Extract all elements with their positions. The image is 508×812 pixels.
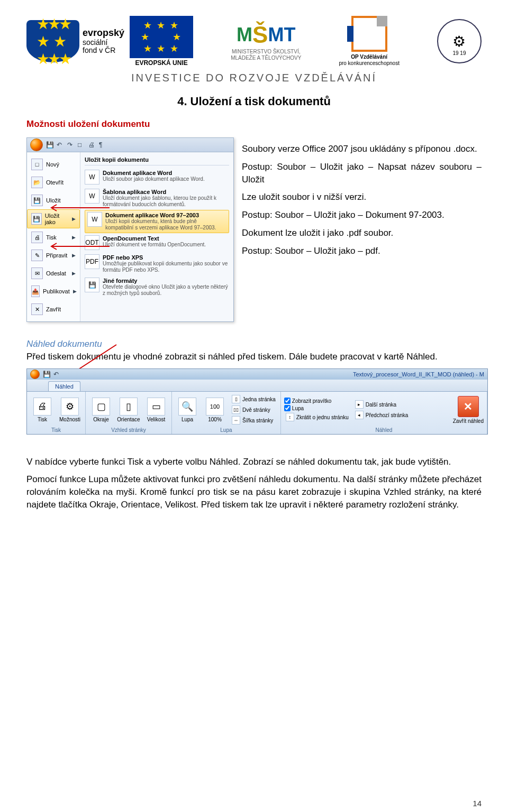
- menu-item-odeslat[interactable]: ✉Odeslat▶: [27, 264, 80, 282]
- submenu-title: PDF nebo XPS: [103, 254, 229, 261]
- submenu-item[interactable]: WDokument aplikace Word 97–2003Uloží kop…: [85, 210, 229, 233]
- submenu-item[interactable]: PDFPDF nebo XPSUmožňuje publikovat kopii…: [85, 252, 229, 275]
- group-vzhled: ▢Okraje ▯Orientace ▭Velikost Vzhled strá…: [86, 392, 172, 434]
- ribbon-body: 🖨Tisk ⚙Možnosti Tisk ▢Okraje ▯Orientace …: [27, 392, 487, 434]
- menu-label: Připravit: [46, 252, 67, 259]
- save-icon[interactable]: 💾: [43, 371, 50, 378]
- zoom100-icon: 100: [206, 398, 224, 416]
- menu-icon: 💾: [31, 195, 43, 206]
- prevpage-icon: ◂: [355, 411, 364, 419]
- submenu-desc: Umožňuje publikovat kopii dokumentu jako…: [103, 261, 229, 273]
- body-p5: Dokument lze uložit i jako .pdf soubor.: [242, 227, 482, 239]
- margins-icon: ▢: [92, 398, 110, 416]
- menu-item-otevřít[interactable]: 📂Otevřít: [27, 173, 80, 191]
- office-menu-right: Uložit kopii dokumentu WDokument aplikac…: [80, 152, 233, 321]
- format-icon: W: [85, 189, 99, 204]
- menu-icon: ✕: [31, 303, 43, 315]
- btn-lupa[interactable]: 🔍Lupa: [175, 398, 199, 422]
- chk-lupa[interactable]: Lupa: [284, 405, 350, 411]
- group-lupa: 🔍Lupa 100100% ▯Jedna stránka ▯▯Dvě strán…: [172, 392, 281, 434]
- submenu-desc: Uloží soubor jako dokument aplikace Word…: [103, 176, 205, 182]
- btn-orientace[interactable]: ▯Orientace: [116, 398, 141, 422]
- page-title: 4. Uložení a tisk dokumentů: [26, 95, 482, 108]
- menu-label: Tisk: [46, 234, 57, 241]
- print-icon[interactable]: 🖨: [88, 141, 96, 149]
- menu-item-publikovat[interactable]: 📤Publikovat▶: [27, 282, 80, 300]
- submenu-item[interactable]: WŠablona aplikace WordUloží dokument jak…: [85, 187, 229, 210]
- heading-moznosti: Možnosti uložení dokumentu: [26, 119, 482, 130]
- menu-label: Zavřít: [46, 306, 61, 312]
- onepage-icon: ▯: [232, 395, 240, 403]
- ribbon-titlebar: 💾 ↶ Textový_procesor_Word_II_IKT_MOD (ná…: [27, 369, 487, 380]
- btn-dalsi-stranka[interactable]: ▸Další stránka: [353, 400, 410, 409]
- redo-icon[interactable]: ↷: [67, 141, 75, 149]
- submenu-item[interactable]: WDokument aplikace WordUloží soubor jako…: [85, 168, 229, 187]
- chevron-right-icon: ▶: [73, 289, 77, 294]
- menu-item-připravit[interactable]: ✎Připravit▶: [27, 246, 80, 264]
- undo-icon[interactable]: ↶: [53, 371, 61, 378]
- body-p6: Postup: Soubor – Uložit jako – pdf.: [242, 245, 482, 257]
- menu-icon: 💾: [31, 213, 42, 225]
- orientation-icon: ▯: [120, 398, 138, 416]
- submenu-item[interactable]: 💾Jiné formátyOtevřete dialogové okno Ulo…: [85, 275, 229, 299]
- msmt-logo: MŠMT MINISTERSTVO ŠKOLSTVÍ, MLÁDEŽE A TĚ…: [231, 21, 301, 62]
- btn-okraje[interactable]: ▢Okraje: [89, 398, 113, 422]
- menu-item-nový[interactable]: □Nový: [27, 155, 80, 173]
- heading-nahled: Náhled dokumentu: [26, 339, 102, 349]
- btn-zkratit[interactable]: ↕Zkrátit o jednu stránku: [284, 412, 350, 422]
- ribbon-tabrow: Náhled: [27, 380, 487, 392]
- btn-velikost[interactable]: ▭Velikost: [144, 398, 168, 422]
- submenu-title: Dokument aplikace Word: [103, 170, 205, 176]
- nextpage-icon: ▸: [355, 400, 364, 409]
- menu-right-title: Uložit kopii dokumentu: [85, 154, 229, 165]
- btn-100[interactable]: 100100%: [203, 398, 227, 422]
- shrink-icon: ↕: [286, 413, 294, 421]
- btn-zavrit-nahled[interactable]: ✕ Zavřít náhled: [453, 396, 484, 424]
- chk-pravitko[interactable]: Zobrazit pravítko: [284, 398, 350, 404]
- office-menu-left: □Nový📂Otevřít💾Uložit💾Uložit jako▶🖨Tisk▶✎…: [27, 152, 80, 321]
- btn-predchozi-stranka[interactable]: ◂Předchozí stránka: [353, 410, 410, 420]
- emblem-logo: ⚙19 19: [437, 19, 482, 63]
- body-p1: Soubory verze Office 2007 jsou ukládány …: [242, 143, 482, 155]
- menu-item-zavřít[interactable]: ✕Zavřít: [27, 300, 80, 318]
- format-icon: 💾: [85, 278, 99, 292]
- group-tisk: 🖨Tisk ⚙Možnosti Tisk: [27, 392, 86, 434]
- menu-icon: ✎: [31, 250, 43, 261]
- office-button-icon[interactable]: [30, 370, 40, 379]
- btn-tisk[interactable]: 🖨Tisk: [30, 398, 55, 422]
- btn-dve-stranky[interactable]: ▯▯Dvě stránky: [230, 405, 277, 414]
- explanation-column: Soubory verze Office 2007 jsou ukládány …: [242, 137, 482, 322]
- new-icon[interactable]: □: [78, 141, 85, 149]
- ribbon-screenshot: 💾 ↶ Textový_procesor_Word_II_IKT_MOD (ná…: [26, 368, 488, 435]
- format-icon: W: [85, 170, 99, 184]
- btn-sirka-stranky[interactable]: ↔Šířka stránky: [230, 416, 277, 425]
- chevron-right-icon: ▶: [72, 235, 76, 240]
- office-menu-screenshot: 💾 ↶ ↷ □ 🖨 ¶ □Nový📂Otevřít💾Uložit💾Uložit …: [26, 137, 234, 322]
- quick-access-toolbar: 💾 ↶ ↷ □ 🖨 ¶: [27, 138, 233, 152]
- menu-label: Uložit jako: [45, 213, 69, 225]
- menu-item-uložit-jako[interactable]: 💾Uložit jako▶: [27, 209, 80, 228]
- twopage-icon: ▯▯: [232, 405, 240, 414]
- zoom-icon: 🔍: [178, 398, 196, 416]
- esf-logo: ★★★★ ★★★★ evropský sociální fond v ČR: [26, 20, 124, 62]
- submenu-title: Dokument aplikace Word 97–2003: [105, 212, 226, 218]
- submenu-desc: Uloží dokument jako šablonu, kterou lze …: [103, 195, 229, 208]
- chevron-right-icon: ▶: [72, 253, 76, 258]
- options-icon: ⚙: [61, 398, 79, 416]
- pilcrow-icon[interactable]: ¶: [99, 141, 106, 149]
- tab-nahled[interactable]: Náhled: [48, 381, 80, 391]
- menu-item-uložit[interactable]: 💾Uložit: [27, 191, 80, 209]
- submenu-item[interactable]: ODTOpenDocument TextUloží dokument ve fo…: [85, 233, 229, 252]
- undo-icon[interactable]: ↶: [57, 141, 64, 149]
- body-nahled: Před tiskem dokumentu je vhodné zobrazit…: [26, 352, 438, 362]
- eu-logo: ★ ★ ★★ ★★ ★ ★ EVROPSKÁ UNIE: [130, 16, 193, 67]
- close-icon: ✕: [458, 396, 479, 417]
- btn-jedna-stranka[interactable]: ▯Jedna stránka: [230, 394, 277, 404]
- size-icon: ▭: [147, 398, 165, 416]
- save-icon[interactable]: 💾: [46, 141, 53, 149]
- submenu-desc: Uloží kopii dokumentu, která bude plně k…: [105, 218, 226, 231]
- menu-item-tisk[interactable]: 🖨Tisk▶: [27, 228, 80, 246]
- office-button-icon[interactable]: [30, 139, 43, 151]
- menu-icon: □: [31, 159, 43, 170]
- btn-moznosti[interactable]: ⚙Možnosti: [58, 398, 82, 422]
